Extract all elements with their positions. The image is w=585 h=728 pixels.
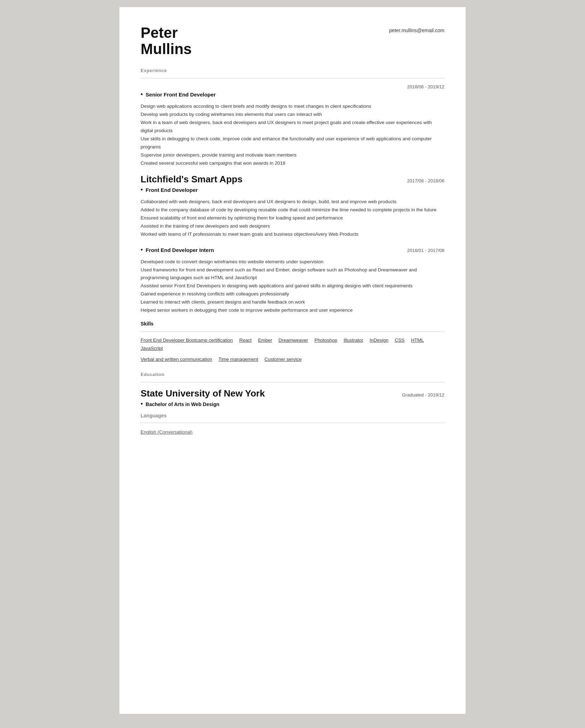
job2-date: 2017/08 - 2018/06	[407, 178, 444, 183]
skill-item-8: CSS	[395, 337, 405, 343]
job3-title-row: • Front End Developer Intern	[141, 246, 214, 254]
job1-desc-2: Develop web products by coding wireframe…	[141, 111, 444, 119]
education-section-label: Education	[141, 372, 444, 377]
skill-item-3: Ember	[258, 337, 272, 343]
job1-descriptions: Design web applications according to cli…	[141, 102, 444, 168]
job3-descriptions: Developed code to convert design wirefra…	[141, 258, 444, 315]
education-divider	[141, 382, 444, 382]
bullet-icon-3: •	[141, 246, 143, 254]
bullet-icon: •	[141, 91, 143, 98]
job1-title: Senior Front End Developer	[146, 92, 215, 98]
skill-item-9: HTML	[411, 337, 424, 343]
company2-name: Litchfield's Smart Apps	[141, 174, 242, 185]
experience-section-label: Experience	[141, 68, 444, 73]
skills-divider	[141, 331, 444, 332]
degree-bullet: •	[141, 400, 143, 408]
job2-descriptions: Collaborated with web designers, back en…	[141, 198, 444, 239]
skills-section-label: Skills	[141, 321, 444, 327]
job3-desc-3: Assisted senior Front End Developers in …	[141, 282, 444, 290]
job3-desc-6: Helped senior workers in debugging their…	[141, 306, 444, 315]
skill-item-2: React	[239, 337, 252, 343]
job-entry-3: • Front End Developer Intern 2016/01 - 2…	[141, 245, 444, 315]
job3-date: 2016/01 - 2017/08	[407, 248, 444, 253]
job3-desc-1: Developed code to convert design wirefra…	[141, 258, 444, 266]
skill-item-5: Photoshop	[314, 337, 337, 343]
bullet-icon-2: •	[141, 186, 143, 194]
skill-item-10: JavaScript	[141, 346, 163, 351]
languages-label: Languages	[141, 413, 444, 418]
job3-desc-5: Learned to interact with clients, presen…	[141, 298, 444, 306]
email-address: peter.mullins@email.com	[389, 28, 444, 33]
resume-page: Peter Mullins peter.mullins@email.com Ex…	[119, 7, 466, 714]
job1-desc-4: Use skills in debugging to check code, i…	[141, 135, 444, 151]
job2-desc-1: Collaborated with web designers, back en…	[141, 198, 444, 206]
language-list: English (Conversational)	[141, 429, 444, 435]
resume-header: Peter Mullins peter.mullins@email.com	[141, 25, 444, 57]
university-name: State University of New York	[141, 388, 265, 399]
university-header: State University of New York Graduated -…	[141, 388, 444, 399]
job-entry-1: 2018/06 - 2019/12 • Senior Front End Dev…	[141, 84, 444, 168]
education-date: Graduated - 2019/12	[402, 392, 444, 398]
job1-desc-5: Supervise junior developers, provide tra…	[141, 151, 444, 159]
skill-item-7: InDesign	[370, 337, 388, 343]
job1-header: 2018/06 - 2019/12	[141, 84, 444, 89]
job2-header: Litchfield's Smart Apps 2017/08 - 2018/0…	[141, 174, 444, 185]
languages-divider	[141, 423, 444, 423]
job2-title: Front End Developer	[146, 187, 198, 193]
skill-item-13: Customer service	[265, 357, 302, 362]
name-block: Peter Mullins	[141, 25, 192, 57]
job2-desc-4: Assisted in the training of new develope…	[141, 222, 444, 230]
skills-section: Skills Front End Developer Bootcamp cert…	[141, 321, 444, 365]
degree-row: • Bachelor of Arts in Web Design	[141, 400, 444, 408]
job1-date: 2018/06 - 2019/12	[407, 84, 444, 89]
job1-desc-6: Created several successful web campaigns…	[141, 159, 444, 168]
skills-row-1: Front End Developer Bootcamp certificati…	[141, 337, 444, 354]
job1-title-row: • Senior Front End Developer	[141, 91, 444, 98]
language-item-1: English (Conversational)	[141, 429, 193, 435]
job3-desc-4: Gained experience in resolving conflicts…	[141, 290, 444, 298]
skill-item-12: Time management	[219, 357, 258, 362]
job1-desc-3: Work in a team of web designers, back en…	[141, 119, 444, 135]
job2-desc-2: Added to the company database of code by…	[141, 206, 444, 214]
job2-desc-5: Worked with teams of IT professionals to…	[141, 230, 444, 239]
education-section: Education State University of New York G…	[141, 372, 444, 435]
skill-item-1: Front End Developer Bootcamp certificati…	[141, 337, 233, 343]
job3-header: • Front End Developer Intern 2016/01 - 2…	[141, 245, 444, 254]
job2-title-row: • Front End Developer	[141, 186, 444, 194]
job3-desc-2: Used frameworks for front end developmen…	[141, 266, 444, 282]
job2-desc-3: Ensured scalability of front end element…	[141, 214, 444, 222]
experience-divider	[141, 78, 444, 78]
job1-desc-1: Design web applications according to cli…	[141, 102, 444, 111]
skill-item-4: Dreamweaver	[278, 337, 308, 343]
job3-title: Front End Developer Intern	[146, 247, 214, 253]
skill-item-6: Illustrator	[344, 337, 364, 343]
job-entry-2: Litchfield's Smart Apps 2017/08 - 2018/0…	[141, 174, 444, 239]
full-name: Peter Mullins	[141, 25, 192, 57]
skills-row-2: Verbal and written communication Time ma…	[141, 357, 444, 365]
degree-title: Bachelor of Arts in Web Design	[146, 401, 219, 407]
skill-item-11: Verbal and written communication	[141, 357, 212, 362]
